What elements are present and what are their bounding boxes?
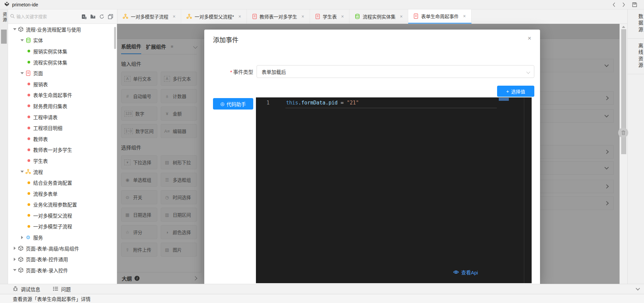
tree-item-label: 教师表一对多学生 <box>33 146 72 153</box>
required-mark: * <box>230 69 232 75</box>
flow-icon <box>25 169 32 174</box>
expand-arrow-icon[interactable] <box>19 39 25 41</box>
event-type-select[interactable]: 表单加载后 <box>257 65 534 78</box>
tree-item[interactable]: 学生表 <box>8 155 117 166</box>
tree-item[interactable]: 一对多模型父流程 <box>8 210 117 221</box>
close-icon[interactable]: × <box>528 35 531 41</box>
debug-info-button[interactable]: 调试信息 <box>13 286 40 293</box>
tree-item[interactable]: 一对多模型子流程 <box>8 221 117 232</box>
eye-icon <box>453 270 459 275</box>
tree-item[interactable]: 流程 <box>8 166 117 177</box>
nav-forward-icon[interactable] <box>622 2 625 7</box>
close-tab-icon[interactable]: × <box>238 14 241 19</box>
expand-arrow-icon[interactable] <box>12 269 17 271</box>
code-assist-button[interactable]: ◎ 代码助手 <box>213 98 253 110</box>
expand-arrow-icon[interactable] <box>12 247 17 250</box>
tree-item-label: 页面 <box>33 70 43 77</box>
view-api-link[interactable]: 查看Api <box>453 269 478 276</box>
close-tab-icon[interactable]: × <box>341 14 344 19</box>
resource-dot <box>28 83 30 85</box>
tree-item-label: 流程-业务流程配置与使用 <box>26 26 81 33</box>
package-icon <box>17 246 24 251</box>
expand-arrow-icon[interactable] <box>19 72 25 74</box>
entity-icon <box>25 38 32 43</box>
expand-arrow-icon[interactable] <box>12 258 17 261</box>
strip-tab-resources[interactable]: 资源 <box>0 12 8 23</box>
problems-button[interactable]: 问题 <box>53 286 71 293</box>
code-token: this <box>286 100 298 106</box>
editor-tab[interactable]: 教师表一对多学生× <box>247 9 310 24</box>
list-icon <box>53 287 58 292</box>
flow-icon <box>186 14 192 19</box>
tree-item[interactable]: 业务化流程参数配置 <box>8 199 117 210</box>
left-activity-strip: 资源 <box>0 9 8 284</box>
current-line-underline <box>285 108 497 108</box>
editor-tab[interactable]: 学生表× <box>310 9 350 24</box>
resource-tree-panel: 流程-业务流程配置与使用实体报销实例实体集流程实例实体集页面报销表表单生命周起事… <box>8 24 117 284</box>
new-folder-icon[interactable] <box>90 14 96 19</box>
right-strip-tab[interactable]: 离线资源 <box>628 39 644 74</box>
close-tab-icon[interactable]: × <box>302 14 304 19</box>
tree-item[interactable]: 结合业务查询配置 <box>8 177 117 188</box>
strip-scroll-thumb[interactable] <box>1 30 7 44</box>
right-strip-tab[interactable]: 数据源 <box>628 9 644 39</box>
trash-button[interactable] <box>618 128 628 138</box>
tree-item[interactable]: 页面-表单-控件通用 <box>8 254 117 265</box>
tree-item[interactable]: 流程实例实体集 <box>8 57 117 68</box>
package-icon <box>17 267 24 273</box>
expand-arrow-icon[interactable] <box>19 236 25 239</box>
import-resource-icon[interactable] <box>82 14 87 19</box>
tree-item[interactable]: 流程-业务流程配置与使用 <box>8 24 117 35</box>
tree-item[interactable]: 教师表 <box>8 133 117 144</box>
code-editor[interactable]: 1 this.formData.pid = "21" 查看Api <box>256 97 532 283</box>
tree-item-label: 服务 <box>33 234 43 241</box>
titlebar: primeton-ide <box>0 0 644 9</box>
select-value-button[interactable]: + 选择值 <box>497 86 534 97</box>
tree-item-label: 页面-表单-高级/布局组件 <box>26 245 79 252</box>
tree-item-label: 业务化流程参数配置 <box>33 201 77 208</box>
canvas-scrollbar[interactable] <box>620 24 627 284</box>
tree-item-label: 一对多模型子流程 <box>33 223 72 230</box>
editor-tab[interactable]: 流程实例实体集× <box>350 9 408 24</box>
tree-item[interactable]: 页面-表单-录入控件 <box>8 265 117 276</box>
close-tab-icon[interactable]: × <box>463 13 466 19</box>
line-number: 1 <box>256 100 280 106</box>
expand-arrow-icon[interactable] <box>19 171 25 173</box>
tab-label: 流程实例实体集 <box>363 13 395 20</box>
save-icon[interactable] <box>632 2 637 7</box>
collapse-panel-chevron-icon[interactable] <box>636 286 640 291</box>
resource-dot <box>28 94 30 96</box>
close-tab-icon[interactable]: × <box>400 14 402 19</box>
resource-dot <box>28 203 30 206</box>
tree-item[interactable]: 工程项目明细 <box>8 122 117 133</box>
tree-item[interactable]: 教师表一对多学生 <box>8 144 117 156</box>
refresh-icon[interactable] <box>99 14 104 19</box>
editor-tab[interactable]: 一对多模型子流程× <box>117 9 181 24</box>
scroll-up-arrow-icon[interactable] <box>622 26 625 28</box>
tree-item-label: 报销表 <box>33 81 48 88</box>
tree-item-label: 实体 <box>33 37 43 44</box>
resource-dot <box>28 61 30 63</box>
nav-back-icon[interactable] <box>612 2 615 7</box>
tree-item[interactable]: 表单生命周起事件 <box>8 90 117 101</box>
status-text: 查看资源「表单生命周起事件」详情 <box>13 295 91 302</box>
resource-dot <box>28 148 30 151</box>
tree-item[interactable]: 工程申请表 <box>8 112 117 123</box>
tree-item[interactable]: 页面-表单-高级/布局组件 <box>8 243 117 254</box>
close-tab-icon[interactable]: × <box>173 14 175 19</box>
tree-item[interactable]: ⚙服务 <box>8 232 117 243</box>
editor-tab[interactable]: 一对多模型父流程*× <box>181 9 247 24</box>
tree-item[interactable]: 实体 <box>8 35 117 46</box>
tree-item[interactable]: 报销表 <box>8 79 117 90</box>
status-bar: 查看资源「表单生命周起事件」详情 <box>0 294 644 303</box>
collapse-panels-icon[interactable] <box>108 14 113 19</box>
search-input[interactable] <box>16 14 59 19</box>
tree-item[interactable]: 流程多表单 <box>8 188 117 199</box>
tree-scrollbar-thumb[interactable] <box>114 27 116 49</box>
tree-item[interactable]: 报销实例实体集 <box>8 46 117 57</box>
tree-item[interactable]: 页面 <box>8 68 117 79</box>
expand-arrow-icon[interactable] <box>12 28 17 30</box>
page-icon <box>414 13 418 19</box>
tree-item[interactable]: 财务费用归集表 <box>8 100 117 112</box>
editor-tab[interactable]: 表单生命周起事件× <box>408 9 471 24</box>
